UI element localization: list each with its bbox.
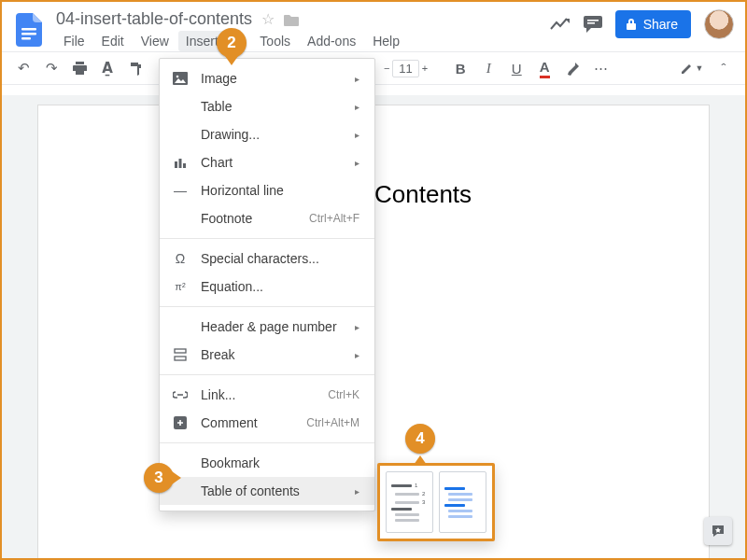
more-button[interactable]: ⋯ — [588, 56, 613, 80]
explore-button[interactable] — [704, 517, 732, 545]
link-icon — [171, 391, 190, 399]
menu-help[interactable]: Help — [365, 31, 407, 51]
svg-rect-4 — [587, 22, 595, 24]
submenu-arrow-icon: ▸ — [355, 486, 359, 497]
menu-divider — [160, 306, 374, 307]
toc-with-links[interactable] — [439, 471, 486, 533]
underline-button[interactable]: U — [504, 56, 529, 80]
menu-addons[interactable]: Add-ons — [300, 31, 363, 51]
svg-rect-7 — [175, 161, 177, 168]
svg-rect-11 — [175, 357, 186, 360]
insert-footnote[interactable]: Footnote Ctrl+Alt+F — [160, 204, 374, 232]
hr-icon: — — [171, 183, 190, 198]
highlight-button[interactable] — [560, 56, 585, 80]
toc-with-page-numbers[interactable]: 1 2 3 — [386, 471, 433, 533]
menu-edit[interactable]: Edit — [94, 31, 132, 51]
svg-rect-3 — [587, 20, 599, 21]
insert-break[interactable]: Break ▸ — [160, 341, 374, 369]
menu-view[interactable]: View — [134, 31, 176, 51]
svg-point-6 — [176, 76, 179, 78]
submenu-arrow-icon: ▸ — [355, 350, 359, 360]
insert-image[interactable]: Image ▸ — [160, 64, 374, 92]
undo-button[interactable]: ↶ — [11, 56, 35, 80]
bold-button[interactable]: B — [448, 56, 472, 80]
insert-table[interactable]: Table ▸ — [160, 92, 374, 120]
callout-2: 2 — [217, 28, 247, 65]
increase-font-size[interactable]: + — [422, 63, 428, 74]
star-icon[interactable]: ☆ — [261, 10, 275, 28]
print-button[interactable] — [67, 56, 92, 80]
svg-rect-2 — [21, 37, 31, 40]
menubar: File Edit View Insert F Tools Add-ons He… — [56, 31, 550, 51]
docs-logo-icon[interactable] — [13, 9, 45, 50]
editing-mode-button[interactable]: ▼ — [680, 56, 704, 80]
lock-icon — [625, 18, 638, 31]
italic-button[interactable]: I — [476, 56, 500, 80]
menu-divider — [160, 238, 374, 239]
insert-drawing[interactable]: Drawing... ▸ — [160, 120, 374, 148]
app-header: 04-insert-table-of-contents ☆ File Edit … — [2, 2, 745, 51]
chart-icon — [171, 157, 190, 168]
font-size-field[interactable]: − 11 + — [384, 60, 428, 77]
collapse-toolbar-button[interactable]: ˆ — [712, 56, 736, 80]
move-folder-icon[interactable] — [284, 13, 299, 26]
comments-icon[interactable] — [584, 16, 602, 33]
callout-3: 3 — [144, 463, 181, 493]
equation-icon: π² — [171, 281, 190, 292]
callout-4: 4 — [405, 424, 435, 461]
insert-equation[interactable]: π² Equation... — [160, 273, 374, 301]
insert-comment[interactable]: Comment Ctrl+Alt+M — [160, 409, 374, 437]
trend-icon[interactable] — [550, 18, 571, 31]
insert-horizontal-line[interactable]: — Horizontal line — [160, 176, 374, 204]
font-size-value[interactable]: 11 — [392, 60, 418, 77]
insert-table-of-contents[interactable]: Table of contents ▸ — [160, 477, 374, 505]
omega-icon: Ω — [171, 251, 190, 266]
submenu-arrow-icon: ▸ — [355, 130, 359, 140]
share-button[interactable]: Share — [615, 10, 691, 38]
menu-file[interactable]: File — [56, 31, 92, 51]
svg-rect-10 — [175, 349, 186, 353]
svg-rect-1 — [21, 33, 36, 35]
toc-submenu-popup: 1 2 3 — [377, 463, 495, 541]
break-icon — [171, 348, 190, 361]
share-button-label: Share — [643, 17, 678, 32]
svg-rect-9 — [183, 163, 186, 168]
menu-tools[interactable]: Tools — [252, 31, 298, 51]
account-avatar[interactable] — [704, 9, 734, 39]
insert-chart[interactable]: Chart ▸ — [160, 148, 374, 176]
submenu-arrow-icon: ▸ — [355, 102, 359, 112]
insert-special-characters[interactable]: Ω Special characters... — [160, 245, 374, 273]
insert-link[interactable]: Link... Ctrl+K — [160, 381, 374, 409]
paint-format-button[interactable] — [123, 56, 148, 80]
redo-button[interactable]: ↷ — [39, 56, 63, 80]
menu-divider — [160, 374, 374, 375]
insert-header-page-number[interactable]: Header & page number ▸ — [160, 313, 374, 341]
svg-rect-8 — [179, 159, 182, 168]
submenu-arrow-icon: ▸ — [355, 74, 359, 84]
insert-bookmark[interactable]: Bookmark — [160, 449, 374, 477]
text-color-button[interactable]: A — [532, 56, 557, 80]
page-heading[interactable]: Contents — [374, 180, 634, 209]
submenu-arrow-icon: ▸ — [355, 158, 359, 168]
menu-divider — [160, 442, 374, 443]
image-icon — [171, 72, 190, 85]
insert-menu-popup: Image ▸ Table ▸ Drawing... ▸ Chart ▸ — H… — [159, 58, 375, 511]
svg-rect-0 — [21, 28, 36, 31]
spellcheck-button[interactable]: A̱ — [95, 56, 120, 80]
submenu-arrow-icon: ▸ — [355, 322, 359, 332]
decrease-font-size[interactable]: − — [384, 63, 389, 74]
document-title[interactable]: 04-insert-table-of-contents — [56, 9, 252, 29]
comment-add-icon — [171, 416, 190, 429]
